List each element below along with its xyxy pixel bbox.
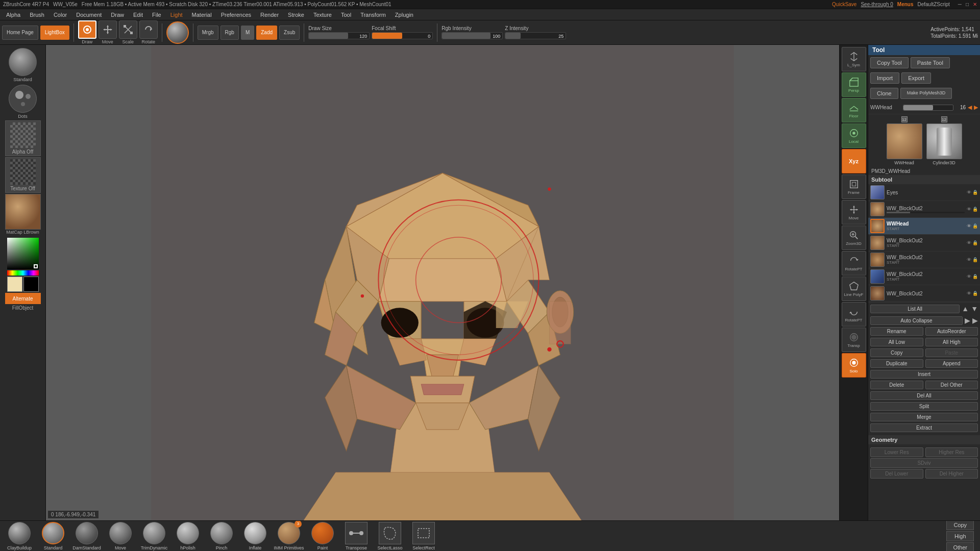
subtool-blockout1[interactable]: WW_BlockOut2 👁 🔒: [868, 201, 980, 218]
menu-render[interactable]: Render: [256, 11, 283, 19]
paste-tool-btn[interactable]: Paste Tool: [911, 57, 950, 68]
transp-btn[interactable]: Transp: [842, 328, 866, 352]
blockout4-visible-icon[interactable]: 👁: [967, 274, 971, 279]
list-all-arrow-down[interactable]: ▼: [971, 305, 978, 313]
rotate-mode-btn[interactable]: [139, 20, 158, 39]
minimize-icon[interactable]: ─: [958, 2, 962, 7]
brush-preview-sphere[interactable]: [166, 21, 189, 44]
mrgb-btn[interactable]: Mrgb: [198, 26, 218, 40]
wwhead-arrow-left[interactable]: ◀: [968, 104, 972, 111]
blockout2-lock-icon[interactable]: 🔒: [972, 240, 978, 245]
xyz-btn[interactable]: Xyz: [842, 149, 866, 173]
menu-alpha[interactable]: Alpha: [2, 11, 24, 19]
lsym-btn[interactable]: L_Sym: [842, 47, 866, 71]
auto-reorder-btn[interactable]: AutoReorder: [925, 327, 978, 336]
z-intensity-slider[interactable]: 25: [505, 32, 566, 39]
higher-res-btn[interactable]: Higher Res: [925, 447, 978, 457]
other-bottom-btn[interactable]: Other: [946, 542, 974, 552]
cylinder-thumb-item[interactable]: 12 Cylinder3D: [926, 116, 962, 165]
wwhead-slider[interactable]: [903, 105, 953, 111]
blockout5-visible-icon[interactable]: 👁: [967, 291, 971, 296]
solo-btn[interactable]: Solo: [842, 353, 866, 378]
color-gradient-box[interactable]: [7, 238, 39, 269]
seethrough-btn[interactable]: See-through 0: [861, 2, 893, 7]
scale-mode-btn[interactable]: [119, 20, 137, 39]
list-all-arrow-up[interactable]: ▲: [962, 305, 969, 313]
paste-subtool-btn[interactable]: Paste: [925, 348, 978, 357]
eye-visible-icon[interactable]: 👁: [967, 190, 971, 195]
menu-texture[interactable]: Texture: [309, 11, 336, 19]
blockout2-visible-icon[interactable]: 👁: [967, 240, 971, 245]
viewport[interactable]: 0 186,-6.949,-0.341: [46, 45, 839, 520]
menu-preferences[interactable]: Preferences: [217, 11, 255, 19]
frame-btn[interactable]: Frame: [842, 174, 866, 199]
brush-pinch[interactable]: Pinch: [206, 522, 237, 550]
split-btn[interactable]: Split: [870, 402, 978, 411]
copy-subtool-btn[interactable]: Copy: [870, 348, 923, 357]
bg-color-swatch[interactable]: [23, 277, 39, 292]
menu-color[interactable]: Color: [50, 11, 71, 19]
brush-imm-primitives[interactable]: 3 IMM Primitives: [274, 522, 304, 550]
persp-btn[interactable]: Persp: [842, 72, 866, 97]
wwhead-visible-icon[interactable]: 👁: [967, 223, 971, 229]
del-all-btn[interactable]: Del All: [870, 391, 978, 400]
auto-collapse-arrow2[interactable]: ▶: [972, 316, 978, 325]
brush-selectrect[interactable]: SelectRect: [408, 522, 439, 550]
focal-shift-slider[interactable]: 0: [372, 32, 433, 39]
delete-btn[interactable]: Delete: [870, 381, 923, 389]
export-btn[interactable]: Export: [901, 72, 931, 84]
subtool-blockout4[interactable]: WW_BlockOut2 START 👁 🔒: [868, 268, 980, 285]
duplicate-btn[interactable]: Duplicate: [870, 359, 923, 368]
brush-inflate[interactable]: Inflate: [240, 522, 271, 550]
all-high-btn[interactable]: All High: [925, 338, 978, 346]
close-icon[interactable]: ✕: [973, 2, 977, 7]
fill-object-btn[interactable]: FillObject: [5, 305, 41, 311]
wwhead-arrow-right[interactable]: ▶: [974, 104, 978, 111]
lower-res-btn[interactable]: Lower Res: [870, 447, 923, 457]
extract-btn[interactable]: Extract: [870, 423, 978, 432]
hue-bar[interactable]: [7, 270, 39, 276]
menu-document[interactable]: Document: [72, 11, 106, 19]
menu-file[interactable]: File: [148, 11, 165, 19]
polyframe-btn[interactable]: Line PolyF: [842, 277, 866, 301]
subtool-blockout3[interactable]: WW_BlockOut2 START 👁 🔒: [868, 252, 980, 268]
insert-btn[interactable]: Insert: [870, 370, 978, 379]
zsub-btn[interactable]: Zsub: [279, 26, 300, 40]
rotate-pt2-btn[interactable]: RotatePT: [842, 302, 866, 327]
subtool-eyes[interactable]: Eyes 👁 🔒: [868, 184, 980, 201]
sdiv-btn[interactable]: SDviv: [870, 458, 978, 468]
del-higher-btn[interactable]: Del Higher: [925, 469, 978, 479]
menu-stroke[interactable]: Stroke: [284, 11, 308, 19]
local-btn[interactable]: Local: [842, 123, 866, 148]
menu-draw[interactable]: Draw: [107, 11, 128, 19]
brush-trimdynamic[interactable]: TrimDynamic: [139, 522, 169, 550]
blockout1-lock-icon[interactable]: 🔒: [972, 207, 978, 212]
brush-move[interactable]: Move: [105, 522, 136, 550]
fg-color-swatch[interactable]: [7, 277, 22, 292]
texture-off-box[interactable]: Texture Off: [5, 157, 41, 193]
subtool-wwhead[interactable]: WWHead START 👁 🔒: [868, 218, 980, 235]
draw-mode-btn[interactable]: [78, 20, 96, 39]
brush-paint[interactable]: Paint: [307, 522, 338, 550]
zoom3d-btn[interactable]: Zoom3D: [842, 226, 866, 250]
zadd-btn[interactable]: Zadd: [256, 26, 277, 40]
standard-brush-item[interactable]: Standard: [5, 47, 41, 83]
rotate-pt-btn[interactable]: RotatePT: [842, 251, 866, 276]
brush-selectlasso[interactable]: SelectLasso: [375, 522, 405, 550]
auto-collapse-btn[interactable]: Auto Collapse: [870, 316, 963, 325]
auto-collapse-arrow[interactable]: ▶: [965, 316, 970, 325]
draw-size-slider[interactable]: 120: [308, 32, 370, 39]
del-lower-btn[interactable]: Del Lower: [870, 469, 923, 479]
brush-standard[interactable]: Standard: [38, 522, 68, 550]
subtool-blockout5[interactable]: WW_BlockOut2 👁 🔒: [868, 285, 980, 302]
del-other-btn[interactable]: Del Other: [925, 381, 978, 389]
menu-tool[interactable]: Tool: [337, 11, 355, 19]
move-nav-btn[interactable]: Move: [842, 200, 866, 224]
all-low-btn[interactable]: All Low: [870, 338, 923, 346]
rgb-btn[interactable]: Rgb: [220, 26, 239, 40]
maximize-icon[interactable]: □: [966, 2, 969, 7]
rgb-intensity-slider[interactable]: 100: [442, 32, 503, 39]
pm3d-label[interactable]: PM3D_WWHead: [868, 167, 980, 175]
blockout5-lock-icon[interactable]: 🔒: [972, 291, 978, 296]
menu-edit[interactable]: Edit: [129, 11, 147, 19]
